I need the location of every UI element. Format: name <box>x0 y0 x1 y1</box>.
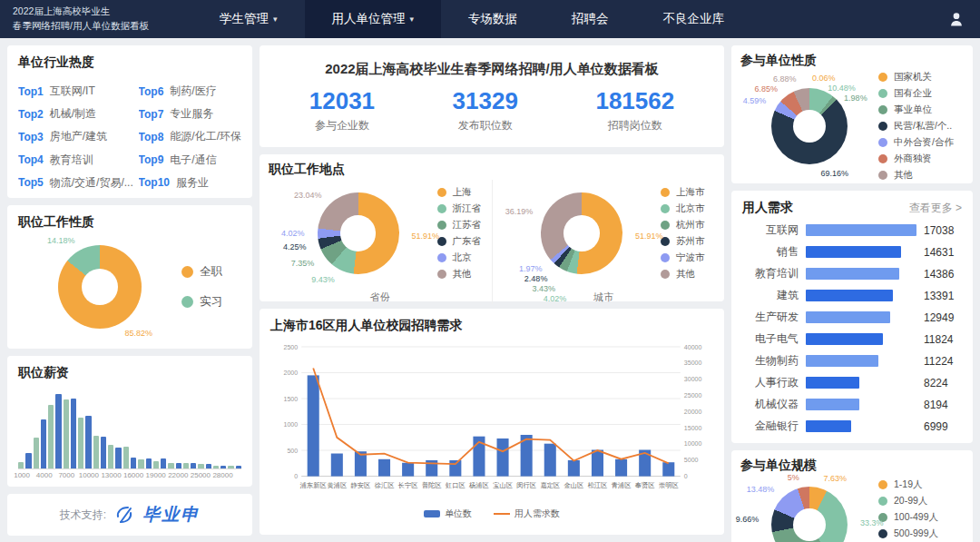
industry-label: 互联网/IT <box>50 84 95 99</box>
donut-percent-label: 69.16% <box>821 169 849 178</box>
legend-item[interactable]: 国有企业 <box>878 87 954 100</box>
province-subtitle: 省份 <box>370 291 390 304</box>
industry-rank: Top10 <box>139 176 170 189</box>
legend-item[interactable]: 100-499人 <box>878 511 949 524</box>
industry-top-item: Top10服务业 <box>139 173 241 192</box>
unit-scale-title: 参与单位规模 <box>740 458 964 474</box>
legend-item[interactable]: 1-19人 <box>878 478 949 491</box>
legend-item[interactable]: 500-999人 <box>878 527 949 540</box>
demand-label: 生物制药 <box>742 353 799 369</box>
salary-bar <box>123 447 129 468</box>
nav-item[interactable]: 学生管理▾ <box>192 0 305 38</box>
legend-item[interactable]: 国家机关 <box>878 71 954 84</box>
axis-label: 虹口区 <box>446 481 466 489</box>
axis-label: 静安区 <box>351 481 371 489</box>
industry-top-item: Top1互联网/IT <box>18 82 133 101</box>
demand-value: 11824 <box>924 333 962 346</box>
salary-bar <box>115 448 121 468</box>
industry-heat-card: 单位行业热度 Top1互联网/ITTop2机械/制造Top3房地产/建筑Top4… <box>7 45 252 198</box>
industry-top-item: Top7专业服务 <box>139 104 241 123</box>
nav-item[interactable]: 用人单位管理▾ <box>305 0 442 38</box>
biyeshen-logo-icon <box>113 504 135 526</box>
salary-bar <box>85 416 91 468</box>
axis-label: 40000 <box>684 344 702 350</box>
donut-percent-label: 9.43% <box>311 275 335 284</box>
legend-item[interactable]: 北京 <box>437 251 482 264</box>
stat-label: 参与企业数 <box>309 118 375 133</box>
legend-item[interactable]: 江苏省 <box>437 219 482 232</box>
demand-bar <box>806 268 899 280</box>
user-menu[interactable] <box>947 0 980 38</box>
axis-label: 35000 <box>684 360 702 366</box>
legend-item[interactable]: 外商独资 <box>878 153 954 165</box>
district-legend-bar-item[interactable]: 单位数 <box>424 508 472 520</box>
legend-item[interactable]: 事业单位 <box>878 103 954 116</box>
nav-item[interactable]: 专场数据 <box>441 0 544 38</box>
legend-item[interactable]: 其他 <box>878 169 954 182</box>
legend-dot <box>661 270 670 279</box>
district-chart: 0500100015002000250005000100001500020000… <box>270 340 713 506</box>
nav-item[interactable]: 招聘会 <box>544 0 636 38</box>
app-title-line2: 春季网络招聘/用人单位数据看板 <box>13 19 192 34</box>
legend-item[interactable]: 民营/私营/个.. <box>878 120 954 133</box>
industry-label: 教育培训 <box>50 153 93 168</box>
demand-label: 互联网 <box>742 222 799 238</box>
city-legend: 上海市北京市杭州市苏州市宁波市其他 <box>661 184 705 282</box>
industry-label: 专业服务 <box>170 106 213 122</box>
district-legend-label: 用人需求数 <box>514 508 560 520</box>
demand-row: 建筑13391 <box>742 288 962 303</box>
axis-label: 15000 <box>684 425 702 431</box>
legend-item[interactable]: 实习 <box>181 294 222 310</box>
job_nature-donut-ring <box>58 245 142 329</box>
legend-label: 国有企业 <box>894 87 932 100</box>
unit-nature-card: 参与单位性质 0.06%10.48%1.98%69.16%4.59%6.85%6… <box>731 45 973 183</box>
salary-bar <box>71 399 76 468</box>
salary-x-label: 28000 <box>212 471 232 479</box>
nav-item[interactable]: 不良企业库 <box>636 0 752 38</box>
axis-label: 0 <box>294 473 298 479</box>
salary-bar <box>131 458 136 468</box>
legend-label: 浙江省 <box>453 202 482 215</box>
legend-label: 其他 <box>894 169 913 182</box>
legend-item[interactable]: 苏州市 <box>661 235 705 248</box>
see-more-link[interactable]: 查看更多 > <box>909 201 962 216</box>
salary-bar <box>206 464 211 468</box>
legend-item[interactable]: 上海 <box>437 186 482 199</box>
legend-dot <box>661 204 670 213</box>
legend-item[interactable]: 中外合资/合作 <box>878 136 954 149</box>
legend-dot <box>878 138 887 147</box>
demand-bar <box>806 377 859 389</box>
job-nature-title: 职位工作性质 <box>18 214 241 231</box>
legend-item[interactable]: 上海市 <box>661 186 705 199</box>
industry-top-item: Top9电子/通信 <box>139 151 241 170</box>
legend-item[interactable]: 其他 <box>661 268 705 281</box>
legend-item[interactable]: 20-99人 <box>878 495 949 508</box>
salary-x-label: 7000 <box>58 471 74 479</box>
district-legend-line-item[interactable]: 用人需求数 <box>494 508 560 520</box>
legend-label: 杭州市 <box>676 219 705 232</box>
legend-dot <box>878 105 887 114</box>
legend-dot <box>181 266 193 278</box>
legend-item[interactable]: 全职 <box>181 264 222 280</box>
district-bar <box>308 375 319 476</box>
industry-top-item: Top8能源/化工/环保 <box>139 127 241 146</box>
legend-label: 1-19人 <box>894 478 923 491</box>
donut-percent-label: 23.04% <box>294 191 322 200</box>
demand-label: 人事行政 <box>742 375 799 390</box>
demand-bar-track <box>806 377 916 389</box>
legend-item[interactable]: 浙江省 <box>437 202 482 215</box>
demand-row: 生物制药11224 <box>742 353 962 369</box>
legend-dot <box>878 154 887 163</box>
legend-dot <box>661 253 670 262</box>
demand-bar-track <box>806 333 916 345</box>
legend-item[interactable]: 广东省 <box>437 235 482 248</box>
legend-item[interactable]: 宁波市 <box>661 251 705 264</box>
legend-label: 国家机关 <box>894 71 932 84</box>
axis-label: 25000 <box>684 392 702 399</box>
legend-item[interactable]: 北京市 <box>661 202 705 215</box>
legend-item[interactable]: 杭州市 <box>661 219 705 232</box>
legend-item[interactable]: 其他 <box>437 268 482 281</box>
legend-label: 苏州市 <box>676 235 705 248</box>
job-nature-chart-row: 85.82%14.18% 全职实习 <box>18 231 241 343</box>
demand-value: 17038 <box>924 224 962 237</box>
